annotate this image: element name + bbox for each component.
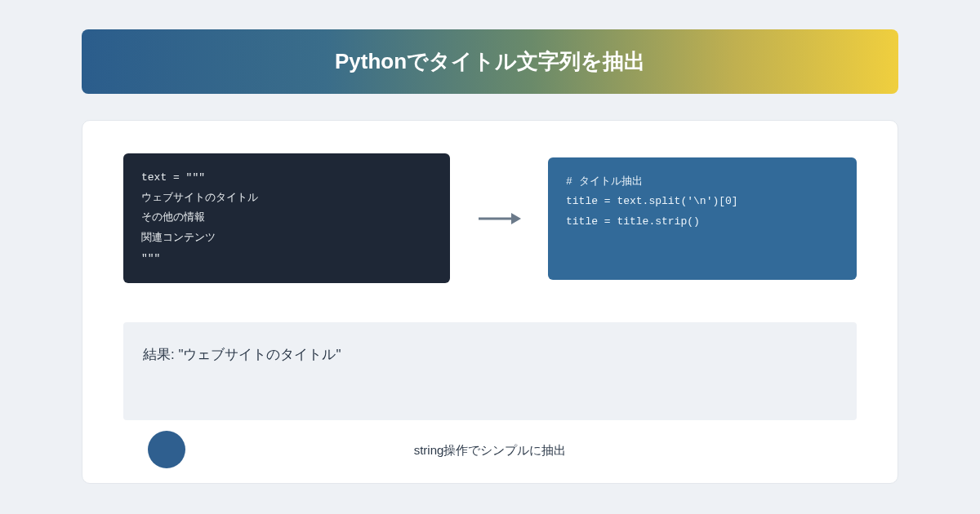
code-block-output: # タイトル抽出 title = text.split('\n')[0] tit… <box>548 157 857 280</box>
result-panel: 結果: "ウェブサイトのタイトル" <box>123 322 857 420</box>
arrow-right-icon <box>474 210 523 227</box>
header-banner: Pythonでタイトル文字列を抽出 <box>82 29 898 94</box>
result-text: 結果: "ウェブサイトのタイトル" <box>143 347 341 362</box>
svg-marker-1 <box>511 213 521 224</box>
code-block-input: text = """ ウェブサイトのタイトル その他の情報 関連コンテンツ ""… <box>123 153 450 283</box>
page-title: Pythonでタイトル文字列を抽出 <box>335 49 645 73</box>
accent-dot-icon <box>148 431 185 468</box>
footer-caption: string操作でシンプルに抽出 <box>414 443 567 457</box>
code-row: text = """ ウェブサイトのタイトル その他の情報 関連コンテンツ ""… <box>123 153 857 283</box>
footer-caption-row: string操作でシンプルに抽出 <box>123 443 857 459</box>
main-card: text = """ ウェブサイトのタイトル その他の情報 関連コンテンツ ""… <box>82 120 898 484</box>
